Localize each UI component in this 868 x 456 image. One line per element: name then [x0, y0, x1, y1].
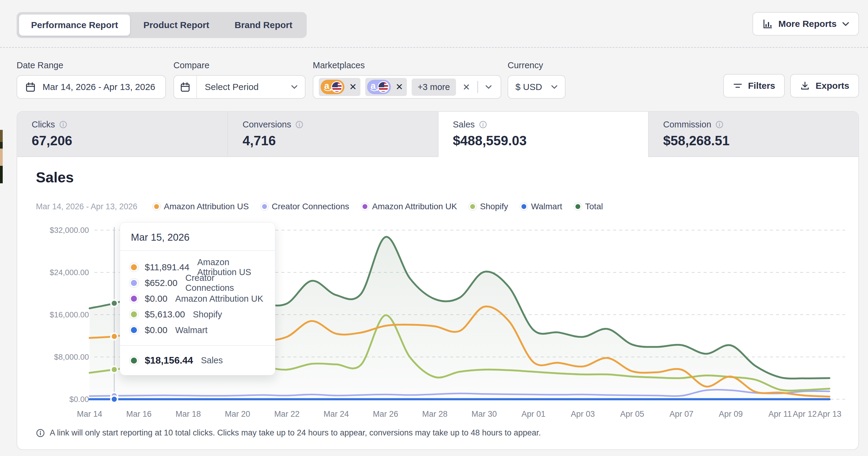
legend-dot [522, 204, 526, 209]
tooltip-row-walmart: $0.00Walmart [131, 322, 264, 338]
metric-card-sales[interactable]: Sales$488,559.03 [438, 112, 648, 157]
metric-value: $58,268.51 [663, 133, 858, 148]
x-axis-tick-label: Mar 22 [274, 409, 300, 419]
compare-calendar-cell[interactable] [174, 76, 197, 98]
filter-lines-icon [733, 81, 743, 90]
legend-item-amazon-attribution-us[interactable]: Amazon Attribution US [154, 202, 249, 211]
info-icon [715, 120, 723, 129]
page-edge-strip-olive [0, 130, 3, 142]
tooltip-total-value: $18,156.44 [145, 355, 193, 366]
more-marketplaces-chip[interactable]: +3 more [412, 79, 456, 96]
series-dot [131, 264, 137, 270]
series-dot [131, 296, 137, 302]
amazon-creator-marketplace-chip: a✕ [365, 78, 407, 96]
bar-chart-icon [762, 19, 773, 29]
compare-label: Compare [174, 60, 306, 70]
tab-product-report[interactable]: Product Report [131, 15, 221, 36]
tooltip-total-label: Sales [201, 355, 223, 365]
chart-date-range: Mar 14, 2026 - Apr 13, 2026 [36, 202, 137, 211]
metric-card-clicks[interactable]: Clicks67,206 [17, 112, 227, 157]
legend-item-creator-connections[interactable]: Creator Connections [262, 202, 349, 211]
metric-card-conversions[interactable]: Conversions4,716 [227, 112, 438, 157]
date-range-input[interactable]: Mar 14, 2026 - Apr 13, 2026 [17, 75, 166, 99]
tooltip-rows: $11,891.44Amazon Attribution US$652.00Cr… [120, 251, 275, 346]
us-flag-icon [331, 81, 343, 93]
legend-item-walmart[interactable]: Walmart [522, 202, 562, 211]
remove-marketplace-icon[interactable]: ✕ [349, 82, 357, 91]
currency-filter: Currency $ USD [507, 60, 565, 99]
report-tab-group: Performance ReportProduct ReportBrand Re… [17, 12, 307, 38]
more-reports-label: More Reports [778, 19, 837, 29]
legend-item-amazon-attribution-uk[interactable]: Amazon Attribution UK [363, 202, 457, 211]
currency-select[interactable]: $ USD [507, 75, 565, 99]
date-range-filter: Date Range Mar 14, 2026 - Apr 13, 2026 [17, 60, 166, 99]
compare-select[interactable]: Select Period [174, 75, 306, 99]
x-axis-tick-label: Apr 09 [719, 409, 743, 419]
download-icon [800, 81, 810, 91]
metric-label: Sales [453, 120, 475, 130]
hover-marker-total [111, 300, 118, 307]
footnote-text: A link will only start reporting at 10 t… [50, 428, 541, 437]
legend-label: Creator Connections [272, 202, 349, 211]
info-icon [479, 120, 487, 129]
x-axis-tick-label: Apr 07 [670, 409, 694, 419]
compare-placeholder: Select Period [197, 82, 291, 92]
tab-performance-report[interactable]: Performance Report [19, 15, 130, 36]
tooltip-value: $0.00 [145, 325, 167, 335]
marketplace-chip-list: a✕a✕ [319, 78, 407, 96]
tooltip-value: $5,613.00 [145, 309, 185, 319]
series-dot [131, 280, 137, 286]
more-reports-button[interactable]: More Reports [752, 12, 859, 36]
chart-title: Sales [36, 169, 73, 186]
chart-tooltip: Mar 15, 2026 $11,891.44Amazon Attributio… [120, 222, 275, 375]
tab-brand-report[interactable]: Brand Report [223, 15, 305, 36]
info-icon [295, 120, 303, 129]
chevron-down-icon[interactable] [485, 85, 492, 89]
metric-cards-row: Clicks67,206Conversions4,716Sales$488,55… [17, 112, 858, 157]
chart-legend: Mar 14, 2026 - Apr 13, 2026 Amazon Attri… [36, 202, 603, 211]
remove-marketplace-icon[interactable]: ✕ [396, 82, 403, 91]
marketplaces-multiselect[interactable]: a✕a✕ +3 more ✕ [313, 75, 501, 99]
y-axis-tick-label: $16,000.00 [50, 310, 89, 319]
currency-label: Currency [507, 60, 565, 70]
currency-value: $ USD [516, 82, 542, 92]
legend-dot [363, 204, 367, 209]
legend-item-shopify[interactable]: Shopify [470, 202, 508, 211]
marketplaces-label: Marketplaces [313, 60, 501, 70]
x-axis-tick-label: Mar 14 [77, 409, 102, 419]
reporting-footnote: A link will only start reporting at 10 t… [36, 428, 541, 437]
metric-label: Clicks [32, 120, 55, 130]
x-axis-tick-label: Mar 18 [176, 409, 201, 419]
x-axis-tick-label: Mar 26 [373, 409, 398, 419]
tooltip-series-label: Creator Connections [185, 273, 264, 293]
legend-items: Amazon Attribution USCreator Connections… [154, 202, 603, 211]
report-panel: Clicks67,206Conversions4,716Sales$488,55… [17, 111, 859, 450]
hover-marker-shopify [111, 366, 118, 373]
metric-label: Conversions [243, 120, 291, 130]
metric-value: 4,716 [243, 133, 438, 148]
amazon-logo-badge: a [367, 80, 391, 94]
performance-report-page: { "tabs": { "items": [ { "label": "Perfo… [0, 0, 868, 456]
total-series-dot [131, 358, 137, 364]
metric-value: 67,206 [32, 133, 227, 148]
us-flag-icon [378, 81, 389, 93]
chart-panel-body: Sales Mar 14, 2026 - Apr 13, 2026 Amazon… [17, 157, 858, 450]
exports-button[interactable]: Exports [790, 74, 859, 97]
tooltip-date: Mar 15, 2026 [120, 223, 275, 251]
compare-filter: Compare Select Period [174, 60, 306, 99]
tooltip-total-row: $18,156.44 Sales [120, 346, 275, 375]
calendar-icon [25, 82, 36, 92]
tooltip-series-label: Amazon Attribution UK [175, 294, 263, 304]
filters-button[interactable]: Filters [723, 74, 785, 97]
tooltip-series-label: Walmart [175, 325, 208, 335]
exports-button-label: Exports [815, 81, 849, 91]
legend-dot [576, 204, 580, 209]
chevron-down-icon [551, 85, 558, 89]
x-axis-tick-label: Apr 03 [571, 409, 595, 419]
legend-item-total[interactable]: Total [576, 202, 603, 211]
legend-label: Amazon Attribution US [164, 202, 249, 211]
filter-actions: Filters Exports [723, 74, 859, 97]
clear-marketplaces-icon[interactable]: ✕ [463, 82, 470, 92]
metric-card-commission[interactable]: Commission$58,268.51 [648, 112, 858, 157]
amazon-us-marketplace-chip: a✕ [319, 78, 361, 96]
